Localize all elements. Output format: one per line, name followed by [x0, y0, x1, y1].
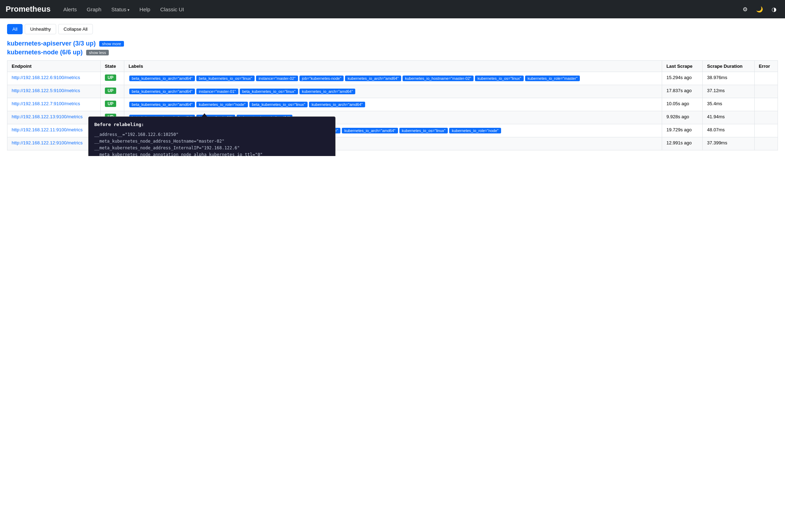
label-tag: kubernetes_io_os="linux" — [399, 128, 448, 133]
scrape-duration-value: 37.399ms — [703, 137, 754, 150]
tooltip-title: Before relabeling: — [94, 121, 329, 128]
last-scrape-value: 19.729s ago — [662, 124, 703, 137]
group-apiserver-title[interactable]: kubernetes-apiserver (3/3 up) — [7, 40, 96, 47]
table-row: http://192.168.122.7:9100/metricsUPbeta_… — [7, 98, 778, 111]
filter-bar: All Unhealthy Collapse All — [7, 24, 778, 34]
label-tag: instance="master-01" — [196, 89, 238, 94]
navbar-icons: ⚙ 🌙 ◑ — [740, 4, 779, 15]
tooltip-arrow — [202, 113, 207, 117]
before-relabeling-tooltip: Before relabeling: __address__="192.168.… — [88, 116, 335, 156]
last-scrape-value: 9.928s ago — [662, 111, 703, 124]
col-endpoint: Endpoint — [7, 61, 101, 72]
brand-logo: Prometheus — [6, 5, 50, 14]
col-labels: Labels — [124, 61, 662, 72]
dark-mode-icon-btn[interactable]: 🌙 — [753, 4, 766, 15]
nav-status[interactable]: Status — [107, 4, 134, 15]
group-node-title[interactable]: kubernetes-node (6/6 up) — [7, 49, 83, 56]
endpoint-link[interactable]: http://192.168.122.7:9100/metrics — [12, 101, 80, 106]
settings-icon-btn[interactable]: ⚙ — [740, 4, 750, 15]
scrape-duration-value: 38.976ms — [703, 72, 754, 85]
scrape-duration-value: 48.07ms — [703, 124, 754, 137]
col-last-scrape: Last Scrape — [662, 61, 703, 72]
endpoint-link[interactable]: http://192.168.122.11:9100/metrics — [12, 127, 83, 132]
nav-help[interactable]: Help — [135, 4, 155, 15]
state-badge: UP — [105, 74, 117, 81]
label-tag: kubernetes_io_role="master" — [525, 76, 580, 81]
filter-all-button[interactable]: All — [7, 24, 23, 34]
endpoint-link[interactable]: http://192.168.122.5:9100/metrics — [12, 88, 80, 93]
group-node-header: kubernetes-node (6/6 up) show less — [7, 49, 778, 56]
col-error: Error — [754, 61, 778, 72]
contrast-icon-btn[interactable]: ◑ — [769, 4, 779, 15]
group-apiserver-header: kubernetes-apiserver (3/3 up) show more — [7, 40, 778, 47]
nav-classic-ui[interactable]: Classic UI — [156, 4, 189, 15]
label-tag: beta_kubernetes_io_os="linux" — [249, 102, 308, 107]
label-tag: beta_kubernetes_io_os="linux" — [240, 89, 298, 94]
error-value — [754, 137, 778, 150]
label-tag: kubernetes_io_arch="amd64" — [345, 76, 401, 81]
tooltip-row: __address__="192.168.122.6:10250" — [94, 131, 329, 138]
group-apiserver-show-more[interactable]: show more — [99, 41, 124, 47]
nav-links: Alerts Graph Status Help Classic UI — [59, 4, 740, 15]
label-tag: kubernetes_io_arch="amd64" — [299, 89, 356, 94]
col-state: State — [100, 61, 124, 72]
label-tag: beta_kubernetes_io_arch="amd64" — [129, 102, 195, 107]
label-tag: kubernetes_io_arch="amd64" — [309, 102, 365, 107]
endpoint-link[interactable]: http://192.168.122.6:9100/metrics — [12, 75, 80, 80]
label-tag: beta_kubernetes_io_os="linux" — [196, 76, 255, 81]
filter-collapse-button[interactable]: Collapse All — [58, 24, 93, 34]
col-scrape-duration: Scrape Duration — [703, 61, 754, 72]
scrape-duration-value: 41.94ms — [703, 111, 754, 124]
state-badge: UP — [105, 101, 117, 107]
tooltip-row: __meta_kubernetes_node_annotation_node_a… — [94, 151, 329, 156]
last-scrape-value: 12.991s ago — [662, 137, 703, 150]
nav-alerts[interactable]: Alerts — [59, 4, 81, 15]
table-row: http://192.168.122.6:9100/metricsUPbeta_… — [7, 72, 778, 85]
table-row: http://192.168.122.5:9100/metricsUPbeta_… — [7, 85, 778, 98]
scrape-duration-value: 37.12ms — [703, 85, 754, 98]
tooltip-row: __meta_kubernetes_node_address_InternalI… — [94, 145, 329, 151]
last-scrape-value: 10.05s ago — [662, 98, 703, 111]
label-tag: kubernetes_io_arch="amd64" — [342, 128, 398, 133]
navbar: Prometheus Alerts Graph Status Help Clas… — [0, 0, 785, 18]
endpoint-link[interactable]: http://192.168.122.13:9100/metrics — [12, 114, 83, 119]
label-tag: beta_kubernetes_io_arch="amd64" — [129, 89, 195, 94]
label-tag: kubernetes_io_os="linux" — [475, 76, 524, 81]
tooltip-rows: __address__="192.168.122.6:10250"__meta_… — [94, 131, 329, 156]
label-tag: instance="master-02" — [256, 76, 298, 81]
error-value — [754, 85, 778, 98]
tooltip-row: __meta_kubernetes_node_address_Hostname=… — [94, 138, 329, 145]
group-node-show-less[interactable]: show less — [86, 50, 109, 55]
label-tag: kubernetes_io_role="node" — [449, 128, 501, 133]
filter-unhealthy-button[interactable]: Unhealthy — [25, 24, 56, 34]
label-tag: kubernetes_io_role="node" — [196, 102, 248, 107]
error-value — [754, 98, 778, 111]
error-value — [754, 124, 778, 137]
scrape-duration-value: 35.4ms — [703, 98, 754, 111]
nav-graph[interactable]: Graph — [83, 4, 106, 15]
last-scrape-value: 17.837s ago — [662, 85, 703, 98]
label-tag: kubernetes_io_hostname="master-02" — [403, 76, 474, 81]
error-value — [754, 72, 778, 85]
last-scrape-value: 15.294s ago — [662, 72, 703, 85]
endpoint-link[interactable]: http://192.168.122.12:9100/metrics — [12, 140, 83, 145]
error-value — [754, 111, 778, 124]
label-tag: beta_kubernetes_io_arch="amd64" — [129, 76, 195, 81]
label-tag: job="kubernetes-node" — [299, 76, 344, 81]
state-badge: UP — [105, 88, 117, 94]
